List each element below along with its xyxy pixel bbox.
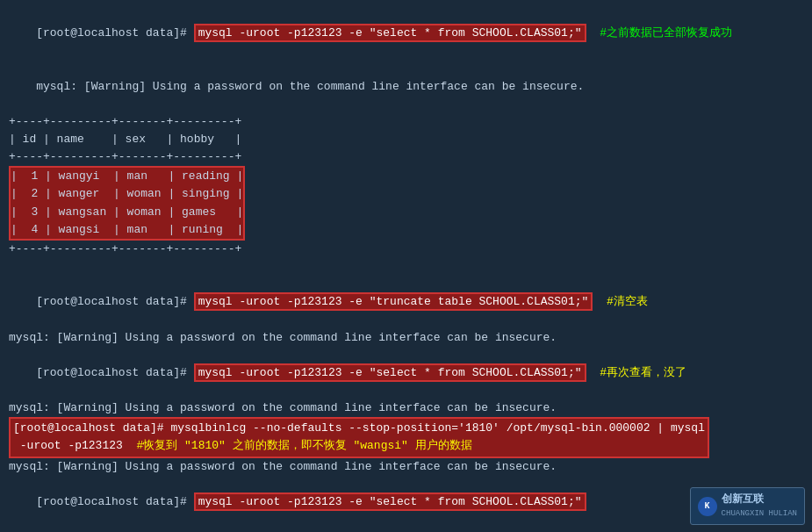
cmd-4: mysql -uroot -p123123 -e "select * from … bbox=[194, 492, 586, 511]
cmd-2: mysql -uroot -p123123 -e "truncate table… bbox=[194, 292, 593, 311]
table-sep-2: +----+---------+-------+---------+ bbox=[9, 148, 803, 166]
prompt-3: [root@localhost data]# bbox=[36, 366, 193, 379]
table-row-2: | 2 | wanger | woman | singing | bbox=[11, 185, 243, 203]
table-data-block: | 1 | wangyi | man | reading | | 2 | wan… bbox=[9, 166, 245, 241]
warning-3: mysql: [Warning] Using a password on the… bbox=[9, 399, 803, 417]
comment-1: #之前数据已全部恢复成功 bbox=[586, 26, 732, 40]
cmd-1: mysql -uroot -p123123 -e "select * from … bbox=[194, 24, 586, 42]
logo-brand: 创新互联 bbox=[722, 492, 797, 508]
multiline-cmd-line-1: [root@localhost data]# mysqlbinlcg --no-… bbox=[13, 420, 705, 437]
table-row-1: | 1 | wangyi | man | reading | bbox=[11, 168, 243, 185]
comment-2: #清空表 bbox=[593, 295, 647, 308]
table-sep-1: +----+---------+-------+---------+ bbox=[9, 113, 803, 131]
table-row-3: | 3 | wangsan | woman | games | bbox=[11, 204, 243, 221]
multiline-comment: #恢复到 "1810" 之前的数据，即不恢复 "wangsi" 用户的数据 bbox=[136, 439, 471, 452]
table-header: | id | name | sex | hobby | bbox=[9, 131, 803, 148]
logo-text: 创新互联 CHUANGXIN HULIAN bbox=[722, 492, 797, 521]
terminal-line-2: [root@localhost data]# mysql -uroot -p12… bbox=[9, 276, 803, 328]
comment-3: #再次查看，没了 bbox=[586, 366, 686, 379]
cmd-3: mysql -uroot -p123123 -e "select * from … bbox=[194, 363, 586, 382]
table-sep-3: +----+---------+-------+---------+ bbox=[9, 241, 803, 258]
logo-sub: CHUANGXIN HULIAN bbox=[722, 508, 797, 521]
terminal: [root@localhost data]# mysql -uroot -p12… bbox=[9, 7, 803, 532]
prompt: [root@localhost data]# bbox=[36, 26, 193, 40]
warning-4: mysql: [Warning] Using a password on the… bbox=[9, 458, 803, 476]
logo-icon: K bbox=[698, 497, 717, 516]
warning-1: mysql: [Warning] Using a password on the… bbox=[9, 60, 803, 112]
multiline-cmd-block: [root@localhost data]# mysqlbinlcg --no-… bbox=[9, 417, 709, 457]
logo: K 创新互联 CHUANGXIN HULIAN bbox=[690, 487, 805, 525]
prompt-4: [root@localhost data]# bbox=[36, 495, 193, 508]
prompt-2: [root@localhost data]# bbox=[36, 295, 193, 308]
terminal-line-4: [root@localhost data]# mysql -uroot -p12… bbox=[9, 476, 803, 528]
terminal-line-1: [root@localhost data]# mysql -uroot -p12… bbox=[9, 7, 803, 60]
blank-1 bbox=[9, 258, 803, 276]
multiline-cmd-line-2: -uroot -p123123 #恢复到 "1810" 之前的数据，即不恢复 "… bbox=[13, 437, 705, 455]
terminal-line-3: [root@localhost data]# mysql -uroot -p12… bbox=[9, 347, 803, 399]
warning-5: mysql: [Warning] Using a password on the… bbox=[9, 528, 803, 532]
warning-2: mysql: [Warning] Using a password on the… bbox=[9, 329, 803, 347]
table-row-4: | 4 | wangsi | man | runing | bbox=[11, 221, 243, 239]
warning-text: mysql: [Warning] Using a password on the… bbox=[36, 80, 584, 93]
